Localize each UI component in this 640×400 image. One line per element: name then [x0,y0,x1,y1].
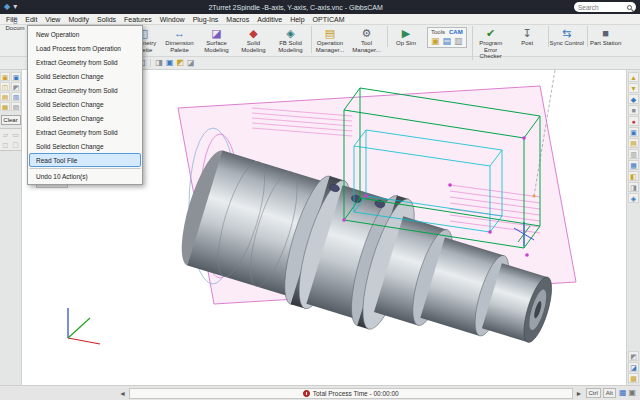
menu-item[interactable]: View [41,16,64,23]
toolbar-button-icon: ↔ [174,27,185,39]
modifier-key-indicator: Ctrl [586,388,601,398]
right-toolbar-icon[interactable]: ▩ [628,373,639,383]
clear-button[interactable]: Clear [1,115,21,125]
context-menu-item-label: Undo 10 Action(s) [36,173,88,180]
toolbar-button[interactable]: ◪ Surface Modeling [198,26,235,53]
tools-cam-icon[interactable]: ▤ [443,36,452,46]
process-time-clock-icon [303,390,310,397]
context-menu-item-label: Extract Geometry from Solid [36,59,118,66]
menu-item[interactable]: Additive [253,16,286,23]
tools-cam-icon[interactable]: ▥ [454,36,463,46]
toolbar-button[interactable]: ▶ Op Sim [387,26,424,47]
toolbar-button-icon: ↧ [523,27,532,39]
status-left-arrow-icon[interactable]: ◄ [119,390,126,397]
toolbar-button-icon: ◪ [211,27,221,39]
right-toolbar-icon[interactable]: ● [628,116,639,126]
status-icon[interactable]: ▦ [619,389,627,397]
context-menu-item[interactable]: New Operation [29,27,141,41]
context-menu-item[interactable]: Load Process from Operation [29,41,141,55]
context-menu-item[interactable]: Solid Selection Change [29,69,141,83]
menu-item[interactable]: Solids [93,16,120,23]
toolbar-button[interactable]: ▤ Operation Manager... [311,26,348,53]
context-menu-item[interactable]: Read Tool File [29,153,141,167]
toolbar-button-label: Solid Modeling [235,40,272,53]
toolbar-button[interactable]: ↧ Post [509,26,546,47]
small-toolbar-icon[interactable]: ◨ [150,59,163,67]
right-toolbar-icon[interactable]: ◩ [628,351,639,361]
right-toolbar-icon[interactable]: ▦ [628,160,639,170]
toolbar-button-icon: ▤ [325,27,335,39]
right-toolbar-icon[interactable]: ▤ [628,138,639,148]
toolbar-button-label: Op Sim [396,40,416,47]
search-box[interactable]: Search [574,2,636,12]
process-time-field: Total Process Time - 00:00:00 [129,388,573,399]
right-toolbar-icon[interactable]: ◪ [628,362,639,372]
right-toolbar-icon[interactable]: ▥ [628,149,639,159]
status-icon[interactable]: ▣ [628,389,636,397]
context-menu-item[interactable]: Solid Selection Change [29,97,141,111]
context-menu-item[interactable]: Extract Geometry from Solid [29,83,141,97]
left-toolbar-disabled-icon: ▭ [11,130,20,139]
context-menu-item-label: Solid Selection Change [36,115,104,122]
toolbar-button-icon: ✔ [486,27,495,39]
toolbar-button[interactable]: ⇆ Sync Control [548,26,585,47]
small-toolbar-icon[interactable]: ◩ [176,59,184,67]
menu-item[interactable]: Window [156,16,189,23]
right-toolbar-icon[interactable]: ◧ [628,171,639,181]
right-toolbar-icon[interactable]: ◆ [628,94,639,104]
tools-cam-icon[interactable]: ▣ [431,36,440,46]
modifier-key-indicator: Alt [603,388,616,398]
right-toolbar-icon[interactable]: ▣ [628,127,639,137]
small-toolbar-icon[interactable]: ▣ [166,59,174,67]
file-context-menu: New Operation Load Process from Operatio… [27,25,143,185]
context-menu-item[interactable]: Undo 10 Action(s) [29,168,141,183]
app-icon[interactable]: ▾ [13,3,17,11]
menu-item[interactable]: OPTICAM [309,16,349,23]
small-toolbar-icon[interactable]: ◪ [187,59,195,67]
left-toolbar-icon[interactable]: ▦ [0,102,10,111]
left-toolbar-icon[interactable]: ▧ [11,102,21,111]
toolbar-button[interactable]: ⚙ Tool Manager... [348,26,385,53]
context-menu-item-label: New Operation [36,31,79,38]
document-tab[interactable]: ▯ Docum [2,16,28,31]
context-menu-item[interactable]: Solid Selection Change [29,111,141,125]
status-right-arrow-icon[interactable]: ► [576,390,583,397]
app-icon[interactable]: ◆ [4,3,10,11]
left-toolbar-icon[interactable]: ▤ [0,92,10,101]
left-toolbar-icon[interactable]: ▣ [0,72,10,81]
toolbar-button-icon: ◆ [249,27,257,39]
menu-item[interactable]: Modify [64,16,93,23]
left-toolbar-icon[interactable]: ▣ [11,72,21,81]
menu-item[interactable]: Features [120,16,156,23]
axis-triad [68,308,100,344]
left-toolbar-icon[interactable]: ▥ [11,92,21,101]
toolbar-button[interactable]: ◆ Solid Modeling [235,26,272,53]
tools-cam-tab[interactable]: CAM [449,29,463,35]
context-menu-item[interactable]: Extract Geometry from Solid [29,55,141,69]
toolbar-button[interactable]: ◈ FB Solid Modeling [272,26,309,53]
title-bar: ◆▾ 2Turret 2Spindle -B-axis, Y-axis, C-a… [0,0,640,14]
menu-item[interactable]: Macros [222,16,253,23]
toolbar-button[interactable]: ↔ Dimension Palette [161,26,198,53]
toolbar-button[interactable]: ✔ Program Error Checker [472,26,509,60]
right-toolbar-icon[interactable]: ▲ [628,72,639,82]
context-menu-item-label: Solid Selection Change [36,101,104,108]
context-menu-item[interactable]: Extract Geometry from Solid [29,125,141,139]
context-menu-item[interactable]: Solid Selection Change [29,139,141,153]
right-toolbar-icon[interactable]: ■ [628,105,639,115]
context-menu-item-label: Read Tool File [36,157,77,164]
title-quick-icons: ◆▾ [4,3,17,11]
document-tab-label: Docum [5,25,24,31]
tools-cam-tab[interactable]: Tools [431,29,445,35]
left-toolbar-icon[interactable]: ◩ [11,82,21,91]
left-toolbar-icon[interactable]: ◫ [0,82,10,91]
right-toolbar-icon[interactable]: ◨ [628,182,639,192]
right-toolbar-icon[interactable]: ◈ [628,193,639,203]
search-placeholder: Search [578,4,599,11]
left-tool-strip: ▣▣◫◩▤▥▦▧ Clear ▱▭◻▢ [0,70,22,385]
right-toolbar-icon[interactable]: ▼ [628,83,639,93]
toolbar-button[interactable]: ■ Part Station [587,26,624,47]
menu-item[interactable]: Plug-Ins [189,16,223,23]
menu-item[interactable]: Help [286,16,308,23]
toolbar-button-label: Part Station [590,40,621,47]
